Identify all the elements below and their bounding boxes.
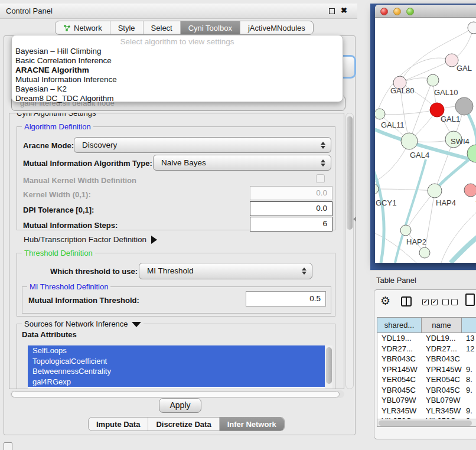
tab-cyni-toolbox[interactable]: Cyni Toolbox [180, 21, 240, 34]
mi-type-value: Naive Bayes [161, 158, 206, 167]
data-attribute-item[interactable]: gal4RGexp [28, 377, 325, 387]
algorithm-option[interactable]: Bayesian – Hill Climbing [12, 47, 343, 56]
table-row[interactable]: YER054CYER054C8. [377, 374, 476, 385]
aracne-mode-combo[interactable]: Discovery [74, 137, 331, 153]
table-cell: 9. [462, 406, 476, 416]
column-header[interactable]: shared... [377, 318, 422, 332]
algorithm-option[interactable]: Dream8 DC_TDC Algorithm [12, 94, 343, 103]
settings-vertical-scrollbar[interactable] [345, 113, 354, 389]
hub-definition-label: Hub/Transcription Factor Definition [24, 235, 146, 244]
select-all-columns-icon[interactable]: ✔ ✔ [422, 299, 438, 305]
expand-right-icon [151, 236, 157, 244]
table-row[interactable]: YPR145WYPR145W9. [377, 364, 476, 375]
data-attribute-item[interactable]: TopologicalCoefficient [28, 356, 325, 367]
kernel-width-field[interactable]: 0.0 [250, 186, 332, 200]
node-label: GAL4 [410, 151, 429, 159]
zoom-window-icon[interactable] [406, 8, 414, 15]
network-canvas[interactable]: GALGAL80GAL10GAL1GAL11GAL4SWI4GCY1HAP4YH… [375, 18, 476, 263]
algorithm-option[interactable]: Basic Correlation Inference [12, 56, 343, 66]
network-node[interactable] [455, 97, 473, 115]
dpi-tolerance-field[interactable]: 0.0 [250, 201, 332, 216]
columns-icon[interactable] [401, 296, 412, 306]
table-cell: YLR345W [377, 406, 422, 416]
export-table-icon[interactable] [465, 294, 475, 306]
attributes-scrollbar[interactable] [325, 345, 332, 389]
sources-group-title[interactable]: Sources for Network Inference [22, 319, 144, 328]
node-label: GCY1 [376, 198, 396, 207]
table-cell: YPR145W [377, 364, 422, 375]
algorithm-dropdown-popup: Select algorithm to view settings Bayesi… [11, 35, 343, 102]
scrollbar-thumb[interactable] [347, 116, 353, 230]
table-cell: YBR043C [377, 354, 422, 364]
tab-network[interactable]: Network [56, 21, 110, 34]
mi-steps-field[interactable]: 6 [250, 217, 332, 231]
table-row[interactable]: YBL079WYBL079W [377, 395, 476, 406]
close-panel-icon[interactable]: ✖ [341, 6, 347, 15]
manual-kernel-checkbox[interactable] [316, 174, 325, 183]
network-node-gal4[interactable] [401, 133, 418, 149]
checked-checkbox-icon: ✔ [422, 299, 429, 305]
table-row[interactable]: YDL19...YDL19...13 [377, 333, 476, 344]
hub-definition-expander[interactable]: Hub/Transcription Factor Definition [24, 235, 157, 244]
table-horizontal-scrollbar[interactable] [377, 419, 476, 426]
tab-label: Cyni Toolbox [188, 21, 232, 35]
table-panel-titlebar: Table Panel [370, 270, 476, 289]
table-row[interactable]: YBR045CYBR045C9. [377, 385, 476, 396]
tab-jactivemnodules[interactable]: jActiveMNodules [240, 21, 313, 34]
aracne-mode-value: Discovery [82, 141, 117, 149]
threshold-definition-group: Threshold Definition Which threshold to … [17, 253, 335, 317]
column-header[interactable]: A [462, 318, 476, 332]
table-row[interactable]: YBR043CYBR043C [377, 354, 476, 364]
minimized-panel-icon[interactable] [4, 442, 12, 450]
table-row[interactable]: YDR27...YDR27...12 [377, 344, 476, 354]
settings-group-title: Cyni Algorithm Settings [14, 113, 98, 118]
tab-discretize-data[interactable]: Discretize Data [148, 418, 219, 431]
table-body: YDL19...YDL19...13YDR27...YDR27...12YBR0… [377, 333, 476, 419]
network-window-titlebar[interactable] [375, 5, 476, 18]
mi-threshold-field[interactable]: 0.5 [246, 291, 326, 306]
data-attributes-listbox: SelfLoopsTopologicalCoefficientBetweenne… [28, 345, 332, 389]
tab-select[interactable]: Select [143, 21, 180, 34]
algorithm-option[interactable]: Bayesian – K2 [12, 84, 343, 94]
algorithm-option[interactable]: ARACNE Algorithm [12, 66, 343, 75]
network-node-hap4[interactable] [428, 184, 442, 198]
algorithm-definition-group: Algorithm Definition Aracne Mode: Discov… [17, 126, 335, 230]
tab-impute-data[interactable]: Impute Data [89, 418, 148, 431]
table-row[interactable]: YLR345WYLR345W9. [377, 406, 476, 416]
network-window[interactable]: GALGAL80GAL10GAL1GAL11GAL4SWI4GCY1HAP4YH… [375, 5, 476, 263]
network-node-hap2[interactable] [400, 225, 411, 236]
table-panel-card: ⚙ ✔ ✔ shared...nameA YDL19...YDL19...13Y… [374, 289, 476, 439]
tab-label: Infer Network [227, 418, 276, 431]
tab-label: Style [118, 21, 135, 35]
table-cell: 8. [462, 374, 476, 385]
table-cell: YBL079W [422, 395, 462, 406]
network-node-y[interactable] [464, 184, 476, 197]
control-panel-titlebar: Control Panel ✖ [0, 4, 357, 19]
table-cell: YDL19... [377, 333, 422, 344]
gear-icon[interactable]: ⚙ [380, 295, 390, 308]
tab-infer-network[interactable]: Infer Network [219, 418, 284, 431]
column-header[interactable]: name [422, 318, 462, 332]
data-attribute-item[interactable]: SelfLoops [28, 345, 325, 356]
network-node[interactable] [468, 22, 476, 34]
tab-style[interactable]: Style [110, 21, 143, 34]
minimize-window-icon[interactable] [393, 8, 401, 15]
network-node-gal11[interactable] [375, 109, 385, 119]
settings-horizontal-scrollbar[interactable] [10, 390, 344, 398]
network-node[interactable] [419, 247, 430, 258]
table-cell: 12 [462, 344, 476, 354]
data-attribute-item[interactable]: BetweennessCentrality [28, 366, 325, 377]
network-node-gal10[interactable] [427, 74, 439, 86]
deselect-all-columns-icon[interactable] [442, 299, 458, 305]
float-panel-icon[interactable] [329, 8, 335, 14]
scrollbar-thumb[interactable] [326, 347, 332, 384]
mi-type-combo[interactable]: Naive Bayes [153, 155, 331, 171]
close-window-icon[interactable] [380, 8, 388, 15]
table-cell: YBL079W [377, 395, 422, 406]
panel-splitter-handle[interactable] [353, 217, 356, 221]
scrollbar-thumb[interactable] [11, 391, 340, 397]
which-threshold-combo[interactable]: MI Threshold [139, 263, 312, 279]
scrollbar-thumb[interactable] [379, 420, 472, 426]
apply-button[interactable]: Apply [159, 398, 201, 413]
algorithm-option[interactable]: Mutual Information Inference [12, 75, 343, 84]
